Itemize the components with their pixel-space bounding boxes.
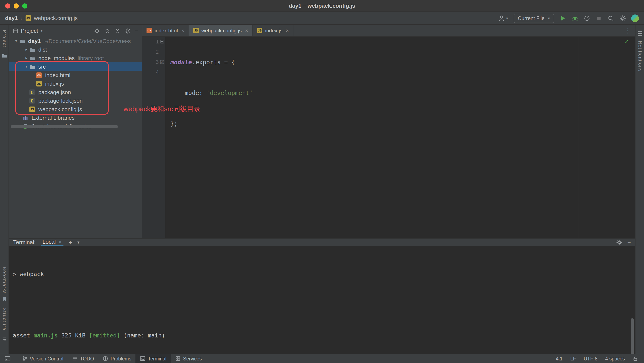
tool-window-switcher-icon[interactable] [4, 355, 11, 362]
tool-stripe-project[interactable]: Project [2, 30, 7, 48]
expand-all-icon[interactable] [104, 28, 110, 34]
project-panel-title[interactable]: Project [21, 28, 38, 34]
git-branch-icon [22, 356, 27, 361]
title-bar: day1 – webpack.config.js [0, 0, 644, 12]
tree-item-label: External Libraries [32, 114, 74, 121]
search-everywhere-icon[interactable] [607, 15, 614, 21]
html-file-icon [146, 28, 152, 33]
tree-row-package-json[interactable]: package.json [9, 88, 142, 96]
code-editor[interactable]: 1 2 3 4 − ˄ module.exports = { mode: 'de… [142, 37, 635, 238]
statusbar-todo[interactable]: TODO [68, 354, 98, 363]
statusbar-right: 4:1 LF UTF-8 4 spaces [556, 356, 640, 361]
terminal-tool-window: Terminal: Local × + ▾ − > webpack asset … [9, 238, 635, 354]
main-toolbar: day1 › webpack.config.js ▾ Current File … [0, 12, 644, 25]
close-icon[interactable]: × [59, 239, 62, 245]
tree-item-label: src [38, 63, 46, 70]
terminal-scrollbar[interactable] [631, 318, 634, 355]
more-tabs-icon[interactable]: ⋮ [620, 25, 635, 36]
tree-row-webpack-config-js[interactable]: webpack.config.js [9, 105, 142, 113]
minimize-window-button[interactable] [14, 4, 19, 8]
lock-icon[interactable] [632, 356, 638, 361]
terminal-settings-gear-icon[interactable] [616, 239, 622, 246]
folder-icon [2, 53, 7, 58]
chevron-down-icon[interactable]: ▾ [24, 64, 30, 68]
stop-button[interactable] [596, 15, 602, 21]
debug-button[interactable] [572, 15, 578, 21]
tab-index-js[interactable]: index.js × [253, 25, 294, 36]
run-configuration-select[interactable]: Current File ▾ [514, 14, 554, 23]
new-terminal-icon[interactable]: + [68, 238, 72, 246]
close-icon[interactable]: × [181, 28, 184, 34]
ide-window: day1 – webpack.config.js day1 › webpack.… [0, 0, 644, 363]
code-with-me-button[interactable]: ▾ [498, 15, 508, 21]
user-icon [498, 15, 505, 21]
tool-stripe-notifications[interactable]: Notifications [638, 41, 643, 72]
tree-row-index-js[interactable]: index.js [9, 79, 142, 88]
editor-tabs: index.html × webpack.config.js × index.j… [142, 25, 635, 37]
fold-end-icon[interactable]: ˄ [160, 60, 164, 64]
breadcrumb-project[interactable]: day1 [5, 15, 18, 21]
terminal-output[interactable]: > webpack asset main.js 325 KiB [emitted… [9, 246, 635, 363]
close-window-button[interactable] [5, 4, 10, 8]
terminal-line [13, 300, 635, 310]
file-encoding[interactable]: UTF-8 [584, 356, 598, 361]
folder-icon [30, 64, 35, 69]
chevron-right-icon[interactable]: ▸ [24, 47, 30, 52]
tree-item-label: dist [38, 46, 47, 52]
chevron-down-icon[interactable]: ▾ [41, 28, 42, 33]
close-icon[interactable]: × [245, 28, 248, 34]
breadcrumb-file[interactable]: webpack.config.js [34, 15, 78, 21]
tool-stripe-bookmarks[interactable]: Bookmarks [2, 267, 7, 294]
chevron-right-icon[interactable]: ▸ [24, 56, 30, 60]
hide-terminal-icon[interactable]: − [628, 239, 631, 246]
chevron-down-icon[interactable]: ▾ [77, 240, 80, 244]
line-ending[interactable]: LF [570, 356, 576, 361]
settings-gear-icon[interactable] [619, 15, 626, 21]
locate-file-icon[interactable] [94, 28, 100, 34]
inspections-ok-icon[interactable]: ✓ [624, 38, 629, 45]
tool-stripe-structure[interactable]: Structure [2, 308, 7, 330]
breadcrumb: day1 › webpack.config.js [5, 15, 78, 21]
json-file-icon [30, 98, 35, 103]
panel-settings-gear-icon[interactable] [124, 28, 131, 34]
chevron-down-icon[interactable]: ▾ [13, 39, 19, 43]
cursor-position[interactable]: 4:1 [556, 356, 563, 361]
statusbar-services[interactable]: Services [170, 354, 206, 363]
user-avatar[interactable] [631, 14, 639, 22]
collapse-all-icon[interactable] [114, 28, 121, 34]
statusbar-item-label: Services [183, 356, 202, 361]
tree-row-src[interactable]: ▾ src [9, 62, 142, 71]
statusbar-problems[interactable]: Problems [98, 354, 136, 363]
tree-item-hint: ~/Documents/Code/VueCode/vue-s [44, 38, 131, 44]
horizontal-scrollbar[interactable] [11, 125, 118, 128]
tree-row-package-lock-json[interactable]: package-lock.json [9, 96, 142, 105]
terminal-panel-title: Terminal: [13, 239, 36, 246]
zoom-window-button[interactable] [22, 4, 27, 8]
tree-row-external-libraries[interactable]: External Libraries [9, 113, 142, 122]
tree-item-label: package-lock.json [38, 97, 83, 104]
project-panel-header: Project ▾ − [9, 25, 142, 37]
tree-item-label: day1 [28, 38, 41, 44]
tree-row-node-modules[interactable]: ▸ node_modules library root [9, 54, 142, 62]
terminal-tab-local[interactable]: Local × [41, 238, 64, 246]
terminal-tab-label: Local [42, 238, 56, 245]
tab-index-html[interactable]: index.html × [142, 25, 189, 36]
layout-icon [637, 31, 643, 36]
profiler-button[interactable] [584, 15, 590, 21]
tab-label: index.html [154, 28, 178, 34]
hide-panel-icon[interactable]: − [135, 28, 138, 34]
terminal-header: Terminal: Local × + ▾ − [9, 238, 635, 246]
tree-row-day1[interactable]: ▾ day1 ~/Documents/Code/VueCode/vue-s [9, 37, 142, 45]
tree-row-dist[interactable]: ▸ dist [9, 45, 142, 54]
close-icon[interactable]: × [286, 28, 289, 34]
run-button[interactable] [560, 15, 566, 21]
statusbar-item-label: Problems [110, 356, 131, 361]
html-file-icon [36, 72, 42, 78]
statusbar-version-control[interactable]: Version Control [18, 354, 68, 363]
tab-webpack-config-js[interactable]: webpack.config.js × [189, 25, 252, 36]
toolbar-actions: ▾ Current File ▾ [498, 14, 639, 23]
statusbar-terminal[interactable]: Terminal [136, 354, 170, 363]
tree-row-index-html[interactable]: index.html [9, 71, 142, 79]
fold-collapse-icon[interactable]: − [160, 40, 164, 44]
indent-setting[interactable]: 4 spaces [605, 356, 625, 361]
